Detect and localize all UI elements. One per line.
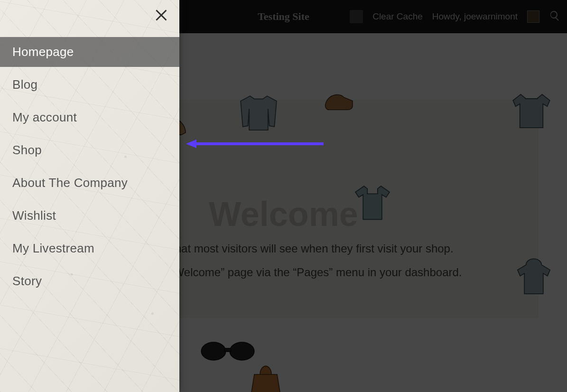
sidebar-item-wishlist[interactable]: Wishlist xyxy=(0,201,179,231)
sidebar-drawer: HomepageBlogMy accountShopAbout The Comp… xyxy=(0,0,179,392)
sidebar-item-homepage[interactable]: Homepage xyxy=(0,37,179,67)
sidebar-item-shop[interactable]: Shop xyxy=(0,135,179,165)
sidebar-item-my-account[interactable]: My account xyxy=(0,103,179,132)
sidebar-item-blog[interactable]: Blog xyxy=(0,70,179,100)
sidebar-item-about-the-company[interactable]: About The Company xyxy=(0,168,179,198)
sidebar-item-story[interactable]: Story xyxy=(0,266,179,296)
close-icon[interactable] xyxy=(152,5,173,26)
sidebar-item-my-livestream[interactable]: My Livestream xyxy=(0,233,179,263)
sidebar-nav: HomepageBlogMy accountShopAbout The Comp… xyxy=(0,37,179,296)
